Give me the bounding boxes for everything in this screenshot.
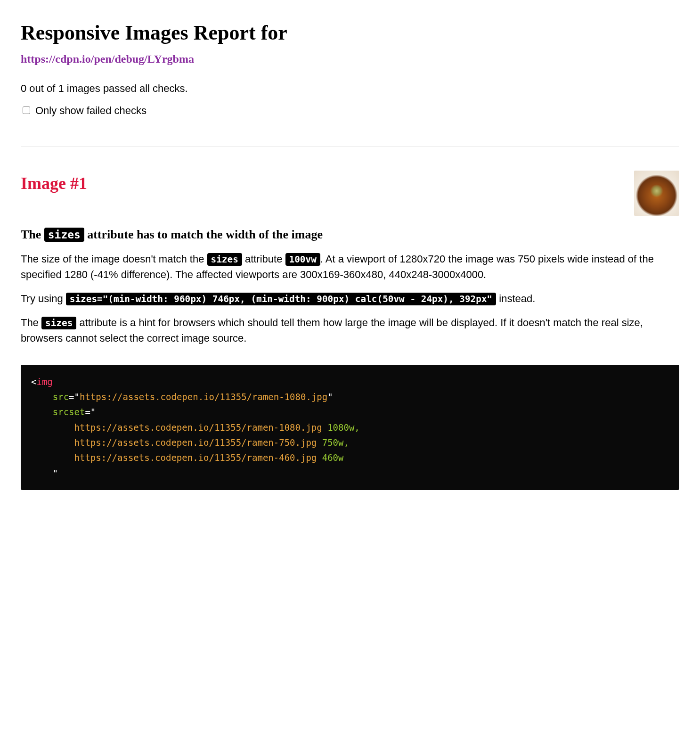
code-tag-img: img [36,377,52,387]
code-q2: " [327,392,333,402]
page-title: Responsive Images Report for [21,21,679,46]
divider [21,147,679,147]
check-paragraph-2: Try using sizes="(min-width: 960px) 746p… [21,291,679,306]
p1-text-b: attribute [242,253,285,265]
report-url-line: https://cdpn.io/pen/debug/LYrgbma [21,50,679,67]
p2-code-suggestion: sizes="(min-width: 960px) 746px, (min-wi… [66,293,496,305]
code-attr-src: src [53,392,69,402]
check-title-pre: The [21,228,44,241]
code-srcset-url-3: https://assets.codepen.io/11355/ramen-46… [74,452,317,463]
code-q4: " [53,468,58,478]
code-eq1: = [69,392,74,402]
code-srcset-w-2: 750w, [317,437,349,448]
code-src-value: https://assets.codepen.io/11355/ramen-10… [80,392,327,402]
report-url-link[interactable]: https://cdpn.io/pen/debug/LYrgbma [21,53,194,65]
summary-text: 0 out of 1 images passed all checks. [21,81,679,96]
check-title-code: sizes [44,228,84,242]
check-paragraph-3: The sizes attribute is a hint for browse… [21,315,679,346]
p1-text-a: The size of the image doesn't match the [21,253,207,265]
image-heading: Image #1 [21,171,87,196]
p3-text-b: attribute is a hint for browsers which s… [21,317,643,344]
only-failed-checkbox[interactable] [23,107,30,114]
p3-text-a: The [21,317,41,328]
code-srcset-w-3: 460w [317,452,343,463]
only-failed-label: Only show failed checks [35,103,147,118]
p2-text-a: Try using [21,293,66,304]
code-srcset-url-2: https://assets.codepen.io/11355/ramen-75… [74,437,317,448]
code-q3: " [90,407,96,417]
image-thumbnail [634,171,679,216]
p1-code-sizes: sizes [207,253,242,266]
code-attr-srcset: srcset [53,407,85,417]
p1-code-100vw: 100vw [285,253,320,266]
code-angle-open: < [31,377,36,387]
code-srcset-w-1: 1080w, [322,422,360,433]
check-title: The sizes attribute has to match the wid… [21,225,679,244]
filter-row: Only show failed checks [21,103,679,118]
check-title-post: attribute has to match the width of the … [84,228,323,241]
code-eq2: = [85,407,90,417]
code-block: <img src="https://assets.codepen.io/1135… [21,365,679,490]
code-srcset-url-1: https://assets.codepen.io/11355/ramen-10… [74,422,322,433]
code-q1: " [74,392,80,402]
check-paragraph-1: The size of the image doesn't match the … [21,251,679,282]
p3-code-sizes: sizes [41,317,76,329]
p2-text-b: instead. [496,293,535,304]
